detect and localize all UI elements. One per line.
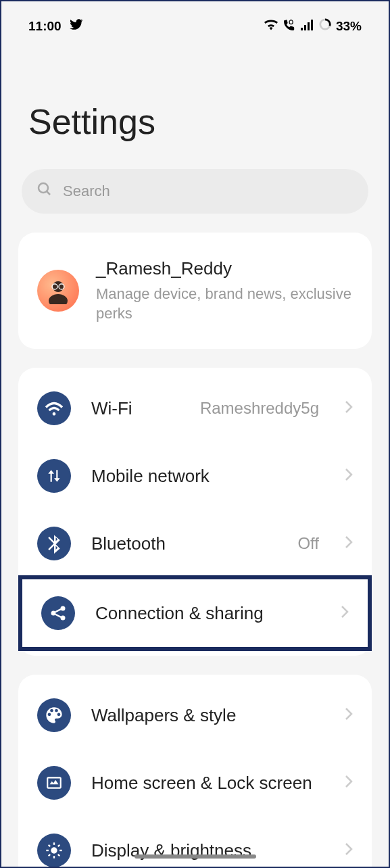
- setting-label: Mobile network: [91, 466, 324, 487]
- svg-point-12: [61, 606, 66, 611]
- mobile-network-row[interactable]: Mobile network: [18, 442, 372, 510]
- connectivity-card: Wi-Fi Rameshreddy5g Mobile network Bluet…: [18, 368, 372, 656]
- highlight-box: Connection & sharing: [18, 575, 372, 651]
- setting-label: Connection & sharing: [95, 603, 320, 624]
- setting-label: Wi-Fi: [91, 398, 180, 419]
- chevron-right-icon: [341, 605, 349, 621]
- chevron-right-icon: [345, 842, 353, 859]
- svg-line-6: [47, 191, 50, 195]
- svg-rect-3: [311, 20, 313, 30]
- svg-line-23: [49, 854, 50, 856]
- mobile-data-icon: [37, 459, 71, 493]
- svg-line-21: [49, 845, 50, 846]
- signal-icon: [301, 19, 314, 34]
- setting-label: Home screen & Lock screen: [91, 773, 324, 794]
- wifi-icon: [37, 391, 71, 425]
- setting-label: Wallpapers & style: [91, 705, 324, 726]
- brightness-icon: [37, 834, 71, 867]
- search-input[interactable]: Search: [22, 169, 368, 214]
- homescreen-row[interactable]: Home screen & Lock screen: [18, 749, 372, 817]
- setting-label: Bluetooth: [91, 533, 277, 554]
- account-subtitle: Manage device, brand news, exclusive per…: [96, 285, 353, 323]
- battery-percent: 33%: [336, 19, 362, 34]
- bluetooth-icon: [37, 527, 71, 560]
- display-row[interactable]: Display & brightness: [18, 817, 372, 868]
- svg-rect-1: [304, 25, 306, 30]
- setting-value: Rameshreddy5g: [200, 399, 319, 418]
- chevron-right-icon: [345, 400, 353, 416]
- wifi-row[interactable]: Wi-Fi Rameshreddy5g: [18, 375, 372, 442]
- svg-rect-2: [308, 22, 310, 30]
- svg-line-22: [58, 854, 59, 856]
- svg-point-13: [61, 616, 66, 621]
- account-card: _Ramesh_Reddy Manage device, brand news,…: [18, 233, 372, 349]
- account-row[interactable]: _Ramesh_Reddy Manage device, brand news,…: [18, 239, 372, 342]
- status-bar: 11:00 33%: [1, 1, 389, 41]
- svg-point-16: [51, 848, 57, 854]
- svg-point-5: [39, 183, 48, 193]
- svg-rect-0: [301, 28, 303, 30]
- chevron-right-icon: [345, 535, 353, 552]
- chevron-right-icon: [345, 775, 353, 791]
- home-indicator[interactable]: [135, 854, 256, 859]
- account-name: _Ramesh_Reddy: [96, 258, 353, 279]
- sharing-icon: [41, 596, 75, 630]
- svg-point-11: [51, 611, 56, 616]
- image-icon: [37, 766, 71, 800]
- svg-line-15: [55, 614, 61, 617]
- personalization-card: Wallpapers & style Home screen & Lock sc…: [18, 675, 372, 868]
- search-placeholder: Search: [63, 183, 110, 200]
- twitter-icon: [70, 19, 83, 34]
- chevron-right-icon: [345, 468, 353, 484]
- avatar: [37, 270, 79, 312]
- search-icon: [36, 181, 53, 201]
- wifi-status-icon: [264, 19, 278, 34]
- palette-icon: [37, 698, 71, 732]
- setting-value: Off: [297, 534, 319, 553]
- svg-point-7: [53, 281, 64, 292]
- battery-circle-icon: [319, 18, 331, 34]
- page-title: Settings: [1, 41, 389, 169]
- chevron-right-icon: [345, 707, 353, 723]
- bluetooth-row[interactable]: Bluetooth Off: [18, 510, 372, 577]
- volte-icon: [283, 19, 296, 34]
- connection-sharing-row[interactable]: Connection & sharing: [22, 579, 368, 647]
- svg-line-14: [55, 609, 61, 612]
- status-time: 11:00: [28, 19, 62, 34]
- svg-point-8: [49, 294, 68, 304]
- wallpapers-row[interactable]: Wallpapers & style: [18, 681, 372, 749]
- svg-line-24: [58, 845, 59, 846]
